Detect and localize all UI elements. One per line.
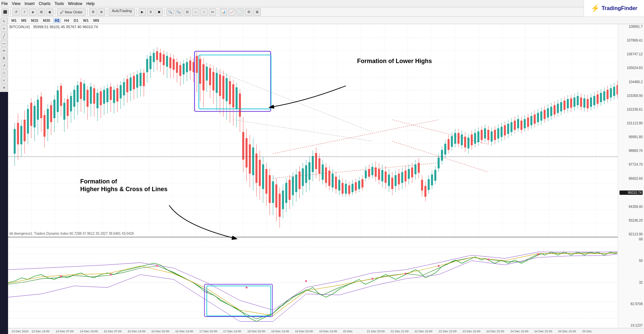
svg-rect-183 xyxy=(239,94,241,117)
toolbar-btn-19[interactable]: 📈 xyxy=(228,8,236,16)
tf-w1[interactable]: W1 xyxy=(82,18,90,23)
auto-trading-button[interactable]: AutoTrading xyxy=(109,8,135,16)
svg-rect-353 xyxy=(521,121,523,130)
svg-rect-283 xyxy=(404,171,406,181)
svg-rect-105 xyxy=(110,87,112,100)
svg-rect-127 xyxy=(146,59,148,72)
svg-rect-187 xyxy=(246,138,248,167)
toolbar-btn-18[interactable]: 📊 xyxy=(220,8,227,16)
svg-rect-195 xyxy=(259,160,261,186)
time-label-0: 13 Dec 2024 xyxy=(11,330,29,333)
draw-arrow[interactable]: ↗ xyxy=(1,62,7,69)
draw-text[interactable]: A xyxy=(1,55,7,61)
svg-rect-349 xyxy=(514,121,516,130)
toolbar-btn-3[interactable]: + xyxy=(21,8,28,16)
svg-rect-391 xyxy=(583,99,585,108)
menu-file[interactable]: File xyxy=(1,1,8,6)
time-label-2: 14 Dec 07:00 xyxy=(56,330,74,333)
time-label-18: 22 Dec 10:00 xyxy=(414,330,433,333)
chart-container[interactable]: BITCOIN,H1 95998.51 96101.45 95767.40 96… xyxy=(8,24,644,328)
tdi-label: tdi divergence1: Traders Dynamic Index 6… xyxy=(9,232,134,235)
svg-rect-63 xyxy=(40,97,42,118)
svg-rect-257 xyxy=(361,179,363,187)
time-axis: 13 Dec 2024 13 Dec 19:00 14 Dec 07:00 14… xyxy=(8,328,644,334)
toolbar-btn-5[interactable]: ⊞ xyxy=(38,8,45,16)
toolbar-btn-16[interactable]: ↕ xyxy=(200,8,208,16)
toolbar-btn-7[interactable]: ⚙ xyxy=(89,8,97,16)
toolbar-sep-1 xyxy=(10,9,11,15)
svg-rect-297 xyxy=(428,179,430,190)
time-label-8: 17 Dec 02:00 xyxy=(199,330,217,333)
toolbar-btn-12[interactable]: 🔍 xyxy=(166,8,174,16)
toolbar-btn-20[interactable]: 🕐 xyxy=(237,8,244,16)
menu-view[interactable]: View xyxy=(12,1,20,6)
toolbar-btn-8[interactable]: ⊕ xyxy=(98,8,105,16)
toolbar-btn-6[interactable]: ◉ xyxy=(46,8,53,16)
svg-rect-389 xyxy=(580,98,582,107)
tradingfinder-logo: ⚡ TradingFinder xyxy=(584,0,644,17)
svg-rect-379 xyxy=(563,101,565,110)
price-99991: 99991.80 xyxy=(620,135,643,139)
svg-rect-295 xyxy=(425,186,427,197)
toolbar-btn-4[interactable]: ◈ xyxy=(29,8,37,16)
svg-rect-375 xyxy=(557,104,559,113)
menu-tools[interactable]: Tools xyxy=(55,1,64,6)
svg-rect-99 xyxy=(100,91,102,105)
price-104480: 104480.2 xyxy=(620,80,643,84)
tf-d1[interactable]: D1 xyxy=(72,18,80,23)
toolbar-btn-22[interactable]: 🖥 xyxy=(253,8,261,16)
tf-m30[interactable]: M30 xyxy=(42,18,51,23)
divergence-dots xyxy=(60,253,539,293)
svg-rect-139 xyxy=(166,56,168,67)
toolbar-btn-17[interactable]: ⇔ xyxy=(209,8,216,16)
ind-level-32: 32 xyxy=(620,281,643,284)
draw-cursor[interactable]: ↖ xyxy=(1,18,7,24)
draw-pen[interactable]: ✏ xyxy=(1,47,7,54)
tf-m5[interactable]: M5 xyxy=(20,18,28,23)
time-label-10: 18 Dec 02:00 xyxy=(247,330,265,333)
svg-rect-343 xyxy=(504,125,506,135)
draw-hline[interactable]: — xyxy=(1,40,7,47)
draw-rect[interactable]: □ xyxy=(1,69,7,76)
svg-rect-303 xyxy=(438,158,440,168)
svg-rect-325 xyxy=(474,133,476,144)
svg-rect-193 xyxy=(255,154,257,183)
tf-mn[interactable]: MN xyxy=(92,18,100,23)
svg-line-41 xyxy=(233,120,373,141)
toolbar-sep-7 xyxy=(218,9,218,15)
toolbar-btn-2[interactable]: ↺ xyxy=(12,8,20,16)
menu-charts[interactable]: Charts xyxy=(39,1,50,6)
time-label-21: 23 Dec 22:00 xyxy=(486,330,504,333)
draw-fib[interactable]: ≈ xyxy=(1,77,7,84)
tf-h4[interactable]: H4 xyxy=(63,18,70,23)
svg-rect-209 xyxy=(282,190,284,209)
svg-rect-223 xyxy=(305,165,307,183)
tf-h1[interactable]: H1 xyxy=(53,18,61,23)
toolbar-btn-15[interactable]: ↔ xyxy=(192,8,199,16)
toolbar-btn-10[interactable]: ⏸ xyxy=(147,8,154,16)
toolbar-btn-21[interactable]: ⚙ xyxy=(245,8,252,16)
svg-point-431 xyxy=(537,253,539,255)
tf-m1[interactable]: M1 xyxy=(10,18,18,23)
svg-rect-405 xyxy=(606,90,608,99)
draw-crosshair[interactable]: + xyxy=(1,25,7,32)
toolbar-btn-14[interactable]: ⊟ xyxy=(184,8,191,16)
menu-window[interactable]: Window xyxy=(68,1,83,6)
time-label-25: 25 Dec xyxy=(582,330,592,333)
toolbar-btn-13[interactable]: 🔍- xyxy=(175,8,183,16)
toolbar-btn-9[interactable]: ▶ xyxy=(139,8,146,16)
tf-m15[interactable]: M15 xyxy=(30,18,40,23)
toolbar-btn-1[interactable]: ⬛ xyxy=(1,8,9,16)
indicator-scale: 68 50 32 82.9708 19.1237 xyxy=(618,237,644,328)
toolbar-btn-11[interactable]: ⏹ xyxy=(155,8,163,16)
menu-insert[interactable]: Insert xyxy=(24,1,35,6)
new-order-button[interactable]: 🖊 New Order xyxy=(57,8,86,16)
svg-rect-125 xyxy=(143,73,145,86)
time-label-11: 18 Dec 14:00 xyxy=(271,330,289,333)
svg-rect-85 xyxy=(77,85,79,102)
draw-delete[interactable]: ✕ xyxy=(1,84,7,91)
draw-line[interactable]: ╱ xyxy=(1,33,7,39)
svg-rect-271 xyxy=(385,171,387,183)
menu-help[interactable]: Help xyxy=(86,1,95,6)
svg-rect-77 xyxy=(63,103,65,120)
